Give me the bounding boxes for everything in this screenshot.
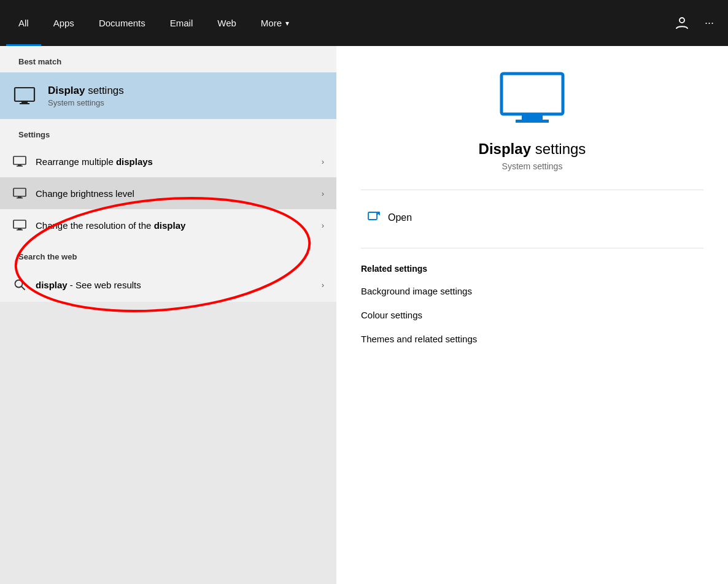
tab-documents-label: Documents <box>99 18 145 28</box>
settings-item-brightness[interactable]: Change brightness level › <box>0 177 336 209</box>
related-link-themes[interactable]: Themes and related settings <box>361 331 477 347</box>
tab-all[interactable]: All <box>6 0 41 46</box>
best-match-label: Best match <box>0 46 336 72</box>
open-icon <box>367 209 381 226</box>
settings-item-brightness-text: Change brightness level <box>36 188 313 199</box>
svg-rect-11 <box>18 228 21 229</box>
tab-email[interactable]: Email <box>158 0 206 46</box>
svg-rect-16 <box>501 74 563 114</box>
tab-email-label: Email <box>170 18 193 28</box>
settings-item-rearrange[interactable]: Rearrange multiple displays › <box>0 145 336 177</box>
search-web-arrow-icon: › <box>322 280 324 290</box>
display-icon <box>12 83 37 108</box>
svg-rect-8 <box>18 196 21 198</box>
svg-rect-19 <box>368 212 377 220</box>
settings-item-resolution[interactable]: Change the resolution of the display › <box>0 209 336 241</box>
search-web-item[interactable]: display - See web results › <box>0 267 336 302</box>
monitor-icon-resolution <box>12 218 27 232</box>
nav-bar: All Apps Documents Email Web More ▾ ··· <box>0 0 728 46</box>
divider-2 <box>361 248 703 248</box>
svg-rect-17 <box>522 114 543 120</box>
left-panel-wrapper: Best match Display settings System setti… <box>0 46 336 584</box>
main-content: Best match Display settings System setti… <box>0 46 728 584</box>
open-button[interactable]: Open <box>361 206 703 229</box>
best-match-subtitle: System settings <box>48 98 124 107</box>
left-panel: Best match Display settings System setti… <box>0 46 336 302</box>
divider <box>361 190 703 190</box>
svg-rect-1 <box>15 88 34 101</box>
svg-line-14 <box>21 286 25 290</box>
svg-rect-12 <box>17 229 23 231</box>
right-panel: Display settings System settings Open Re… <box>336 46 728 584</box>
settings-item-resolution-text: Change the resolution of the display <box>36 220 313 231</box>
tab-web[interactable]: Web <box>205 0 249 46</box>
result-title: Display settings <box>479 140 586 158</box>
settings-label: Settings <box>0 119 336 145</box>
settings-items: Rearrange multiple displays › Change bri… <box>0 145 336 241</box>
svg-rect-4 <box>14 156 26 164</box>
svg-rect-0 <box>680 18 684 23</box>
tab-more-label: More <box>261 18 282 28</box>
svg-rect-5 <box>18 164 21 166</box>
tab-more[interactable]: More ▾ <box>249 0 301 46</box>
svg-rect-7 <box>14 188 26 196</box>
tab-apps[interactable]: Apps <box>41 0 87 46</box>
monitor-icon-brightness <box>12 186 27 201</box>
person-icon-button[interactable] <box>670 12 694 35</box>
resolution-arrow-icon: › <box>322 221 324 230</box>
person-icon <box>675 17 689 30</box>
display-icon-large <box>498 71 566 128</box>
rearrange-arrow-icon: › <box>322 157 324 166</box>
search-web-text: display - See web results <box>36 280 313 290</box>
svg-rect-6 <box>17 166 23 167</box>
tab-web-label: Web <box>217 18 236 28</box>
nav-actions: ··· <box>670 12 728 35</box>
brightness-arrow-icon: › <box>322 189 324 198</box>
best-match-text: Display settings System settings <box>48 85 124 107</box>
monitor-icon-rearrange <box>12 154 27 169</box>
svg-rect-10 <box>14 220 26 228</box>
search-web-label: Search the web <box>0 241 336 267</box>
related-settings-label: Related settings <box>361 264 427 274</box>
open-button-label: Open <box>388 212 412 223</box>
ellipsis-icon: ··· <box>705 17 714 29</box>
tab-all-label: All <box>18 18 29 28</box>
chevron-down-icon: ▾ <box>285 19 289 28</box>
result-subtitle: System settings <box>502 161 563 171</box>
best-match-item[interactable]: Display settings System settings <box>0 72 336 119</box>
tab-apps-label: Apps <box>53 18 74 28</box>
svg-rect-18 <box>516 120 549 123</box>
related-link-colour[interactable]: Colour settings <box>361 307 422 323</box>
more-options-button[interactable]: ··· <box>700 12 719 34</box>
tab-documents[interactable]: Documents <box>87 0 158 46</box>
best-match-title: Display settings <box>48 85 124 97</box>
svg-rect-2 <box>21 101 28 103</box>
svg-rect-3 <box>20 103 29 104</box>
related-link-background[interactable]: Background image settings <box>361 283 472 299</box>
svg-rect-9 <box>17 198 23 199</box>
search-icon <box>12 277 27 292</box>
settings-item-rearrange-text: Rearrange multiple displays <box>36 156 313 167</box>
